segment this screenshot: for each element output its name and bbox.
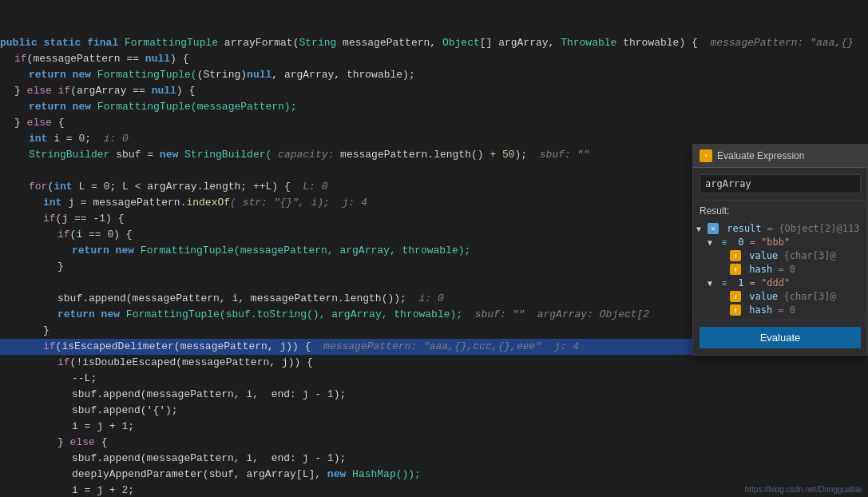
- code-line: i = j + 1;: [0, 419, 868, 435]
- code-line: } else {: [0, 115, 868, 131]
- tree-field-value: = 0: [772, 264, 795, 275]
- tree-field-value: {char[3]@: [778, 291, 835, 302]
- code-line-text: i = j + 2;: [0, 483, 862, 497]
- tree-index-label: 0: [732, 237, 743, 248]
- code-line: public static final FormattingTuple arra…: [0, 35, 868, 51]
- tree-field-value: = 0: [772, 304, 795, 316]
- code-line: } else if(argArray == null) {: [0, 83, 868, 99]
- code-line: if(!isDoubleEscaped(messagePattern, j)) …: [0, 355, 868, 371]
- watermark: https://blog.csdn.net/Dongguabai: [739, 483, 868, 495]
- code-line-text: } else {: [0, 435, 862, 451]
- field-icon: f: [730, 250, 741, 261]
- code-line-text: sbuf.append(messagePattern, i, end: j - …: [0, 387, 862, 403]
- code-line-text: --L;: [0, 371, 862, 387]
- code-line: deeplyAppendParameter(sbuf, argArray[L],…: [0, 467, 868, 483]
- field-icon: f: [730, 264, 741, 275]
- main-container: public static final FormattingTuple arra…: [0, 0, 868, 497]
- tree-field-value: {char[3]@: [778, 250, 835, 261]
- tree-field-label: hash: [743, 264, 772, 275]
- tree-arrow: [707, 238, 719, 247]
- code-line-text: } else if(argArray == null) {: [0, 83, 862, 99]
- code-line: sbuf.append(messagePattern, i, end: j - …: [0, 387, 868, 403]
- tree-root-label: result: [721, 223, 762, 234]
- eval-result-tree: ≡ result = {Object[2]@113 ≡ 0 = "bbb" f …: [693, 218, 867, 320]
- code-line-text: return new FormattingTuple(messagePatter…: [0, 99, 862, 115]
- code-line: } else {: [0, 435, 868, 451]
- tree-child-item[interactable]: ≡ 0 = "bbb": [696, 235, 864, 248]
- eval-button-area: Evaluate: [693, 320, 867, 355]
- code-line: sbuf.append(messagePattern, i, end: j - …: [0, 451, 868, 467]
- tree-arrow: [707, 279, 719, 288]
- code-line: return new FormattingTuple(messagePatter…: [0, 99, 868, 115]
- evaluate-expression-panel: ⚡ Evaluate Expression Result: ≡ result =…: [692, 144, 868, 356]
- tree-field-item: f hash = 0: [696, 262, 864, 276]
- evaluate-button[interactable]: Evaluate: [700, 327, 861, 348]
- code-line-text: sbuf.append(messagePattern, i, end: j - …: [0, 451, 862, 467]
- code-line: return new FormattingTuple((String)null,…: [0, 67, 868, 83]
- array-icon: ≡: [719, 277, 730, 288]
- array-icon: ≡: [719, 237, 730, 248]
- code-line-text: public static final FormattingTuple arra…: [0, 35, 862, 51]
- tree-root-value: = {Object[2]@113: [762, 223, 860, 234]
- eval-input-area: [693, 168, 867, 201]
- result-icon: ≡: [707, 223, 719, 234]
- code-line: --L;: [0, 371, 868, 387]
- tree-field-item: f hash = 0: [696, 303, 864, 316]
- code-line: if(messagePattern == null) {: [0, 51, 868, 67]
- code-line-text: deeplyAppendParameter(sbuf, argArray[L],…: [0, 467, 862, 483]
- tree-index-label: 1: [732, 277, 743, 288]
- code-line: sbuf.append('{');: [0, 403, 868, 419]
- tree-index-value: = "ddd": [743, 277, 790, 288]
- code-line-text: i = j + 1;: [0, 419, 862, 435]
- tree-field-label: value: [743, 250, 778, 261]
- field-icon: f: [730, 304, 741, 316]
- code-line-text: if(!isDoubleEscaped(messagePattern, j)) …: [0, 355, 862, 371]
- tree-field-item: f value {char[3]@: [696, 248, 864, 262]
- code-line-text: if(messagePattern == null) {: [0, 51, 862, 67]
- eval-icon: ⚡: [700, 149, 712, 162]
- tree-arrow: [696, 225, 707, 233]
- code-line-text: return new FormattingTuple((String)null,…: [0, 67, 862, 83]
- code-line-text: } else {: [0, 115, 862, 131]
- field-icon: f: [730, 291, 741, 302]
- code-line-text: sbuf.append('{');: [0, 403, 862, 419]
- tree-index-value: = "bbb": [743, 237, 790, 248]
- eval-input[interactable]: [700, 174, 861, 193]
- eval-result-label: Result:: [693, 201, 867, 218]
- eval-panel-header: ⚡ Evaluate Expression: [693, 145, 867, 168]
- tree-field-item: f value {char[3]@: [696, 289, 864, 303]
- tree-field-label: value: [743, 291, 778, 302]
- eval-title: Evaluate Expression: [717, 150, 804, 161]
- tree-field-label: hash: [743, 304, 772, 316]
- tree-child-item[interactable]: ≡ 1 = "ddd": [696, 276, 864, 289]
- tree-root-item[interactable]: ≡ result = {Object[2]@113: [696, 221, 864, 235]
